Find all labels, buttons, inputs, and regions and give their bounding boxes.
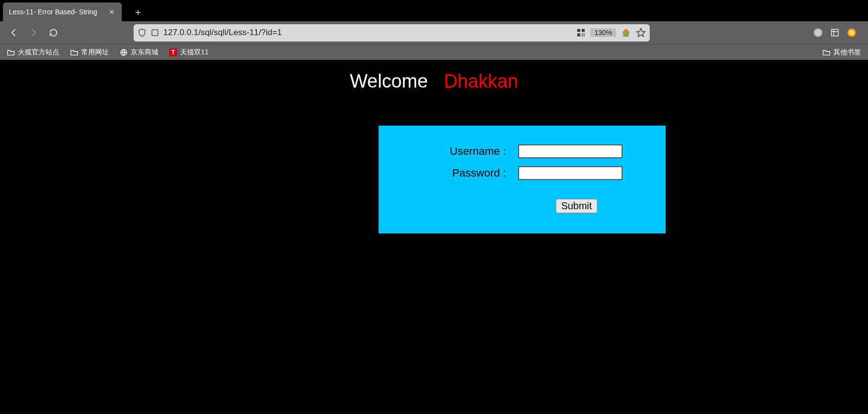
- password-label: Password :: [422, 167, 506, 180]
- name-text: Dhakkan: [444, 71, 518, 92]
- reload-button[interactable]: [45, 24, 62, 42]
- bookmark-label: 常用网址: [81, 48, 109, 57]
- submit-button[interactable]: Submit: [556, 199, 597, 213]
- password-input[interactable]: [518, 166, 623, 180]
- other-bookmarks[interactable]: 其他书签: [822, 48, 861, 57]
- username-input[interactable]: [518, 144, 623, 158]
- tab-strip: Less-11- Error Based- String ✕ ＋: [0, 0, 868, 21]
- back-button[interactable]: [5, 24, 23, 42]
- forward-button[interactable]: [25, 24, 43, 42]
- bookmark-item[interactable]: 京东商城: [120, 48, 158, 57]
- svg-rect-4: [582, 34, 583, 35]
- qr-icon[interactable]: [577, 28, 585, 37]
- svg-rect-5: [583, 34, 584, 35]
- bookmark-item[interactable]: 火狐官方站点: [7, 48, 59, 57]
- svg-rect-8: [831, 29, 838, 36]
- bookmark-star-icon[interactable]: [636, 28, 646, 38]
- svg-rect-2: [582, 29, 585, 32]
- page-info-icon: [150, 28, 159, 37]
- url-text: 127.0.0.1/sql/sqli/Less-11/?id=1: [163, 28, 573, 38]
- bookmark-label: 天猫双11: [180, 48, 209, 57]
- bookmark-item[interactable]: T 天猫双11: [169, 48, 209, 57]
- svg-rect-3: [578, 34, 580, 37]
- login-form: Username : Password : Submit: [379, 126, 666, 233]
- address-bar[interactable]: 127.0.0.1/sql/sqli/Less-11/?id=1 130%: [134, 24, 650, 42]
- welcome-text: Welcome: [350, 71, 428, 92]
- extension-icon-2[interactable]: [830, 28, 839, 37]
- nav-toolbar: 127.0.0.1/sql/sqli/Less-11/?id=1 130%: [0, 21, 868, 44]
- home-icon[interactable]: [621, 28, 631, 38]
- svg-rect-7: [583, 35, 584, 36]
- svg-rect-1: [578, 29, 580, 32]
- extension-icon-3[interactable]: [847, 28, 856, 37]
- page-viewport: Welcome Dhakkan Username : Password : Su…: [0, 60, 868, 414]
- new-tab-button[interactable]: ＋: [131, 4, 145, 19]
- bookmark-label: 火狐官方站点: [18, 48, 59, 57]
- svg-rect-6: [582, 35, 583, 36]
- tab-title: Less-11- Error Based- String: [9, 8, 104, 16]
- tmall-icon: T: [169, 48, 177, 56]
- bookmark-label: 其他书签: [833, 48, 861, 57]
- zoom-level[interactable]: 130%: [590, 28, 616, 37]
- svg-rect-0: [152, 30, 158, 36]
- username-label: Username :: [422, 145, 506, 158]
- browser-tab[interactable]: Less-11- Error Based- String ✕: [3, 2, 122, 21]
- bookmark-label: 京东商城: [131, 48, 158, 57]
- bookmarks-bar: 火狐官方站点 常用网址 京东商城 T 天猫双11 其他书签: [0, 44, 868, 60]
- bookmark-item[interactable]: 常用网址: [70, 48, 109, 57]
- close-icon[interactable]: ✕: [108, 8, 116, 16]
- page-title: Welcome Dhakkan: [0, 71, 868, 92]
- extension-icon-1[interactable]: [814, 28, 822, 37]
- shield-icon: [138, 28, 146, 37]
